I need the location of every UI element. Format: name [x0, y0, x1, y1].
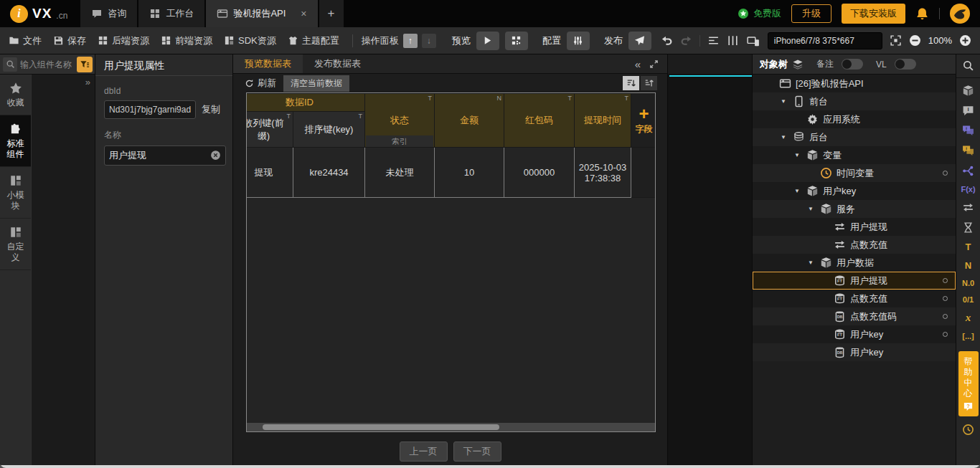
bubbles-icon[interactable]: i — [962, 145, 974, 157]
zoom-in-icon[interactable] — [959, 34, 971, 47]
type-number-icon[interactable]: N — [965, 260, 971, 271]
bubbles-icon[interactable]: i — [962, 125, 974, 137]
scrollbar-thumb[interactable] — [263, 424, 499, 430]
close-tab-icon[interactable]: × — [301, 8, 306, 19]
tab-project[interactable]: 验机报告API × — [206, 0, 317, 27]
download-button[interactable]: 下载安装版 — [842, 4, 905, 24]
info-bubble-icon[interactable]: i — [962, 105, 974, 117]
new-tab-button[interactable]: + — [319, 0, 344, 27]
device-size-input[interactable] — [768, 32, 882, 49]
binding-dot-icon[interactable] — [943, 171, 948, 176]
fx-icon[interactable]: F(x) — [961, 185, 975, 194]
tab-preview-table[interactable]: 预览数据表 — [233, 54, 303, 73]
panel-down-button[interactable]: ↓ — [422, 34, 436, 48]
cell-withdraw-time[interactable]: 2025-10-03 17:38:38 — [575, 148, 631, 198]
sdk-resources-button[interactable]: SDK资源 — [224, 34, 276, 47]
cell-sort-key[interactable]: kre24434 — [293, 148, 365, 198]
remark-toggle[interactable] — [842, 59, 863, 70]
type-variable-icon[interactable]: x — [966, 312, 971, 324]
search-icon[interactable] — [962, 59, 974, 72]
undo-icon[interactable] — [661, 34, 673, 47]
tree-expand-arrow-icon[interactable]: ▼ — [792, 152, 802, 158]
collapse-panel-icon[interactable]: » — [85, 77, 90, 87]
tree-item[interactable]: ▼前台 — [753, 92, 956, 110]
tree-item[interactable]: 应用系统 — [753, 110, 956, 128]
column-header-status[interactable]: 状态 T 索引 — [365, 94, 435, 148]
theme-config-button[interactable]: 主题配置 — [288, 34, 339, 47]
cell-hash-key[interactable]: 提现 — [246, 148, 293, 198]
filter-button[interactable] — [77, 57, 93, 72]
sidebar-item-custom[interactable]: 自定义 — [0, 219, 31, 270]
cell-redpacket[interactable]: 000000 — [504, 148, 575, 198]
tree-item[interactable]: 时间变量 — [753, 164, 956, 182]
tree-item[interactable]: FT点数充值 — [753, 290, 956, 307]
name-field[interactable] — [104, 145, 226, 166]
column-header-redpacket[interactable]: 红包码 T — [504, 94, 575, 148]
config-button[interactable] — [567, 32, 590, 50]
align-lines-icon[interactable] — [707, 34, 720, 47]
column-header-hash-key[interactable]: 散列键(前缀) T — [246, 112, 293, 148]
clear-input-icon[interactable] — [210, 150, 221, 161]
cell-status[interactable]: 未处理 — [365, 148, 435, 198]
expand-icon[interactable] — [649, 59, 659, 69]
tab-publish-table[interactable]: 发布数据表 — [303, 54, 372, 73]
branch-icon[interactable] — [962, 165, 974, 177]
preview-qr-button[interactable] — [505, 32, 528, 50]
tree-expand-arrow-icon[interactable]: ▼ — [806, 259, 816, 266]
file-button[interactable]: 文件 — [9, 34, 42, 47]
tree-expand-arrow-icon[interactable]: ▼ — [778, 134, 788, 140]
copy-button[interactable]: 复制 — [202, 103, 220, 116]
tree-expand-arrow-icon[interactable]: ▼ — [806, 206, 816, 212]
tree-item[interactable]: FT用户key — [753, 325, 956, 343]
tab-workbench[interactable]: 工作台 — [138, 0, 204, 27]
column-group-data-id[interactable]: 数据ID — [246, 94, 365, 112]
help-center-button[interactable]: 帮助中心 ? — [958, 351, 979, 416]
sidebar-item-favorites[interactable]: 收藏 — [0, 75, 31, 115]
binding-dot-icon[interactable] — [943, 278, 948, 283]
history-clock-icon[interactable] — [962, 424, 974, 436]
vl-toggle[interactable] — [895, 59, 916, 70]
tree-item[interactable]: ▼后台 — [753, 128, 956, 146]
collapse-left-icon[interactable]: « — [635, 58, 639, 70]
dbid-field[interactable] — [104, 100, 196, 119]
tree-expand-arrow-icon[interactable]: ▼ — [792, 188, 802, 194]
tree-expand-arrow-icon[interactable]: ▼ — [778, 98, 788, 105]
tree-item[interactable]: DB用户key — [753, 343, 956, 361]
screenshot-frame-icon[interactable] — [890, 34, 902, 47]
type-array-icon[interactable]: [...] — [962, 332, 974, 340]
column-header-sort-key[interactable]: 排序键(key) T — [293, 112, 365, 148]
tree-item[interactable]: 点数充值 — [753, 236, 956, 254]
sidebar-item-standard-components[interactable]: 标准组件 — [0, 115, 31, 167]
panel-up-button[interactable]: ↑ — [403, 34, 418, 48]
refresh-button[interactable]: 刷新 — [245, 77, 276, 90]
tree-item[interactable]: ▼用户数据 — [753, 254, 956, 272]
tree-item[interactable]: 用户提现 — [753, 218, 956, 236]
tree-item[interactable]: ▼用户key — [753, 182, 956, 200]
exchange-icon[interactable] — [962, 201, 974, 214]
prev-page-button[interactable]: 上一页 — [400, 441, 448, 462]
sidebar-item-mini-modules[interactable]: 小模块 — [0, 167, 31, 219]
next-page-button[interactable]: 下一页 — [453, 441, 501, 462]
tab-consult[interactable]: 咨询 — [80, 0, 137, 27]
redo-icon[interactable] — [680, 34, 692, 47]
horizontal-scrollbar[interactable] — [247, 423, 655, 431]
avatar[interactable] — [950, 4, 970, 24]
table-row[interactable]: 提现 kre24434 未处理 10 000000 2025-10-03 17:… — [246, 148, 656, 198]
tree-item[interactable]: DB点数充值码 — [753, 307, 956, 325]
type-decimal-icon[interactable]: N.0 — [962, 279, 974, 287]
add-field-button[interactable]: + 字段 — [631, 94, 656, 148]
clear-data-button[interactable]: 清空当前数据 — [283, 75, 349, 92]
binding-dot-icon[interactable] — [943, 332, 948, 337]
tree-item[interactable]: ▼服务 — [753, 200, 956, 218]
canvas-area[interactable] — [667, 54, 752, 465]
tree-item[interactable]: [26]验机报告API — [753, 75, 956, 92]
notification-bell-icon[interactable] — [915, 7, 929, 21]
component-search-input[interactable] — [20, 59, 74, 70]
layers-icon[interactable] — [792, 59, 804, 70]
publish-button[interactable] — [628, 32, 651, 50]
binding-dot-icon[interactable] — [943, 296, 948, 301]
upgrade-button[interactable]: 升级 — [791, 4, 831, 23]
frontend-resources-button[interactable]: 前端资源 — [161, 34, 212, 47]
preview-play-button[interactable] — [476, 32, 499, 50]
tree-item[interactable]: FT用户提现 — [753, 272, 956, 290]
